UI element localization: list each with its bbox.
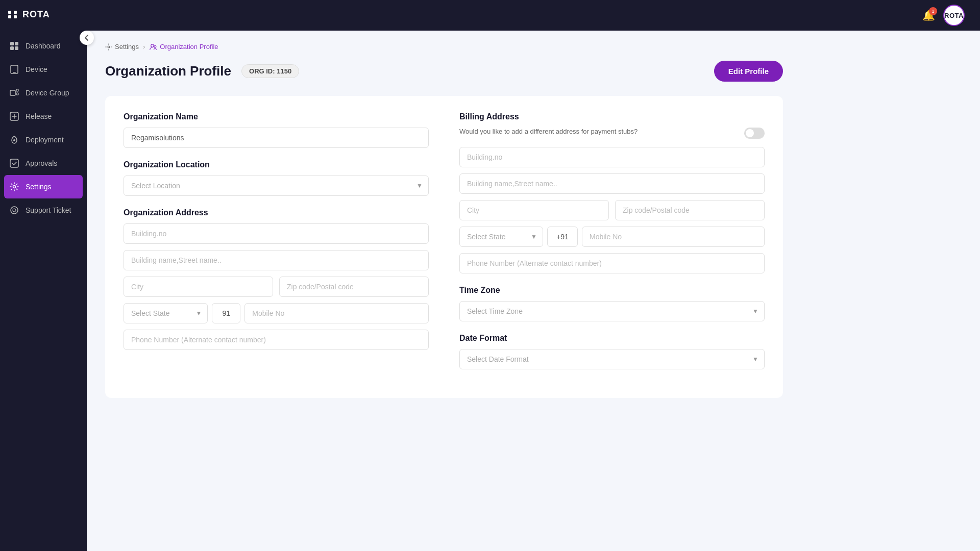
billing-building-no-input[interactable] [459, 147, 765, 167]
state-mobile-row: Select State ▼ [124, 303, 429, 323]
sidebar-item-dashboard-label: Dashboard [26, 42, 61, 50]
org-id-label: ORG ID: [249, 67, 275, 75]
sidebar-item-settings-label: Settings [26, 183, 52, 191]
sidebar-item-device-group-label: Device Group [26, 89, 69, 97]
building-no-input[interactable] [124, 223, 429, 244]
billing-building-name-input[interactable] [459, 173, 765, 194]
org-location-select[interactable]: Select Location [124, 176, 429, 196]
svg-rect-8 [16, 93, 18, 95]
svg-point-12 [13, 186, 16, 188]
billing-section: Billing Address Would you like to add a … [459, 112, 765, 273]
svg-point-15 [108, 46, 110, 48]
mobile-code-input[interactable] [212, 303, 240, 323]
svg-rect-0 [10, 42, 14, 45]
sidebar-item-release[interactable]: Release [0, 105, 87, 128]
svg-point-14 [13, 209, 16, 212]
release-icon [9, 111, 19, 121]
city-zip-row [124, 277, 429, 297]
settings-breadcrumb-icon [105, 43, 112, 51]
alt-phone-wrap [124, 330, 429, 350]
sidebar-item-release-label: Release [26, 112, 52, 120]
page-header: Organization Profile ORG ID: 1150 Edit P… [105, 61, 783, 82]
billing-state-select-wrap: Select State ▼ [459, 227, 543, 247]
billing-building-name-wrap [459, 173, 765, 194]
svg-rect-1 [15, 42, 18, 45]
org-id-badge: ORG ID: 1150 [241, 64, 299, 78]
right-column: Billing Address Would you like to add a … [459, 112, 765, 382]
page-container: Settings › Organization Profile Organiza [87, 31, 801, 410]
billing-zip-input[interactable] [615, 200, 765, 220]
svg-point-17 [154, 45, 156, 47]
svg-rect-11 [10, 159, 18, 167]
city-input[interactable] [124, 277, 273, 297]
deployment-icon [9, 135, 19, 145]
page-title: Organization Profile [105, 63, 231, 79]
mobile-input[interactable] [244, 303, 429, 323]
breadcrumb-separator: › [143, 43, 145, 51]
notification-bell[interactable]: 🔔 1 [922, 9, 935, 21]
timezone-select-wrap: Select Time Zone ▼ [459, 301, 765, 321]
sidebar-item-support-label: Support Ticket [26, 206, 71, 214]
billing-mobile-code-input[interactable] [547, 227, 578, 247]
sidebar-item-device[interactable]: Device [0, 58, 87, 81]
logo-dots [8, 11, 17, 18]
billing-building-no-wrap [459, 147, 765, 167]
svg-point-10 [13, 139, 15, 141]
timezone-select[interactable]: Select Time Zone [459, 301, 765, 321]
billing-alt-phone-input[interactable] [459, 253, 765, 273]
user-avatar[interactable]: ROTA [943, 5, 965, 26]
avatar-text: ROTA [944, 12, 964, 19]
building-name-input[interactable] [124, 250, 429, 270]
alt-phone-input[interactable] [124, 330, 429, 350]
main-wrapper: 🔔 1 ROTA Settings › [87, 0, 980, 551]
org-name-section: Organization Name [124, 112, 429, 148]
sidebar-item-device-group[interactable]: Device Group [0, 81, 87, 105]
edit-profile-button[interactable]: Edit Profile [714, 61, 783, 82]
org-location-label: Organization Location [124, 160, 429, 169]
dashboard-icon [9, 41, 19, 51]
sidebar-item-dashboard[interactable]: Dashboard [0, 34, 87, 58]
sidebar: ROTA Dashboard [0, 0, 87, 551]
approvals-icon [9, 158, 19, 168]
settings-icon [9, 182, 19, 192]
state-select-wrap: Select State ▼ [124, 303, 208, 323]
svg-rect-6 [10, 90, 15, 95]
sidebar-item-deployment-label: Deployment [26, 136, 64, 144]
timezone-title: Time Zone [459, 286, 765, 295]
org-id-value: 1150 [277, 67, 291, 75]
sidebar-item-device-label: Device [26, 65, 47, 73]
state-select[interactable]: Select State [124, 303, 208, 323]
date-format-select-wrap: Select Date Format ▼ [459, 349, 765, 369]
org-name-input[interactable] [124, 128, 429, 148]
billing-state-mobile-row: Select State ▼ [459, 227, 765, 247]
sidebar-item-settings[interactable]: Settings [4, 175, 83, 198]
breadcrumb: Settings › Organization Profile [105, 43, 783, 51]
date-format-select[interactable]: Select Date Format [459, 349, 765, 369]
billing-alt-phone-wrap [459, 253, 765, 273]
billing-city-zip-row [459, 200, 765, 220]
date-format-title: Date Format [459, 334, 765, 343]
breadcrumb-settings[interactable]: Settings [105, 43, 139, 51]
org-address-section: Organization Address [124, 208, 429, 350]
org-location-select-wrap: Select Location ▼ [124, 176, 429, 196]
sidebar-nav: Dashboard Device Device Group [0, 29, 87, 551]
svg-rect-7 [16, 89, 18, 91]
app-logo: ROTA [0, 0, 87, 29]
building-name-wrap [124, 250, 429, 270]
billing-mobile-input[interactable] [582, 227, 765, 247]
sidebar-item-approvals[interactable]: Approvals [0, 152, 87, 175]
org-address-label: Organization Address [124, 208, 429, 217]
notification-badge: 1 [929, 7, 937, 15]
sidebar-item-support-ticket[interactable]: Support Ticket [0, 198, 87, 222]
billing-city-input[interactable] [459, 200, 609, 220]
svg-rect-3 [15, 46, 18, 50]
sidebar-item-deployment[interactable]: Deployment [0, 128, 87, 152]
svg-rect-5 [13, 72, 16, 73]
date-format-section: Date Format Select Date Format ▼ [459, 334, 765, 369]
zip-input[interactable] [279, 277, 429, 297]
billing-state-select[interactable]: Select State [459, 227, 543, 247]
billing-toggle[interactable] [744, 128, 765, 139]
sidebar-collapse-button[interactable] [80, 31, 94, 45]
left-column: Organization Name Organization Location … [124, 112, 429, 382]
support-icon [9, 205, 19, 215]
